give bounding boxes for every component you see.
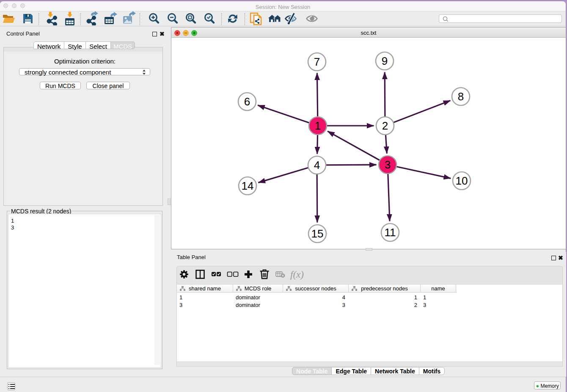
- svg-text:8: 8: [458, 90, 464, 103]
- svg-text:9: 9: [382, 55, 388, 67]
- svg-text:3: 3: [385, 158, 391, 171]
- svg-text:11: 11: [385, 226, 396, 239]
- svg-text:15: 15: [311, 227, 324, 240]
- svg-text:6: 6: [244, 95, 250, 108]
- svg-text:2: 2: [382, 119, 388, 132]
- svg-text:10: 10: [456, 174, 468, 187]
- svg-text:4: 4: [314, 159, 320, 171]
- svg-text:14: 14: [242, 179, 254, 192]
- svg-text:f(x): f(x): [290, 269, 304, 280]
- svg-text:1: 1: [315, 119, 321, 132]
- svg-text:7: 7: [314, 55, 320, 68]
